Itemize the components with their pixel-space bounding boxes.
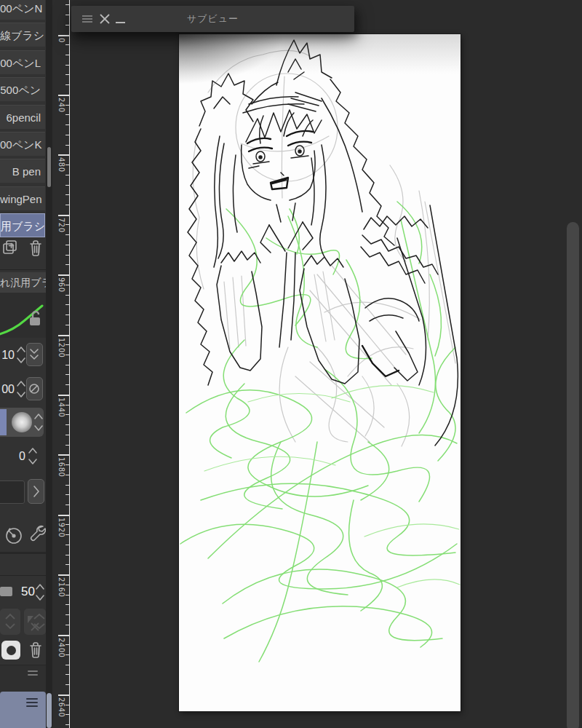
brush-size-value[interactable]: 10 xyxy=(0,341,15,370)
ruler-tick xyxy=(65,135,69,135)
brush-item[interactable]: 6pencil xyxy=(0,105,45,129)
no-antialias-button[interactable] xyxy=(26,377,43,400)
subview-panel[interactable]: サブビュー xyxy=(71,6,354,32)
delete-brush-icon[interactable] xyxy=(28,238,44,258)
ruler-tick xyxy=(65,414,69,415)
ruler-tick xyxy=(65,145,69,146)
ruler-tick xyxy=(65,105,69,106)
density-value[interactable]: 00 xyxy=(0,375,15,404)
lower-scrollbar-thumb[interactable] xyxy=(47,693,52,728)
text-field[interactable] xyxy=(0,480,25,504)
size-stepper-arrows[interactable] xyxy=(16,344,26,367)
ruler-tick xyxy=(65,25,69,25)
ruler-tick xyxy=(65,405,69,405)
ruler-tick xyxy=(65,665,69,665)
sidebar-scrollbar[interactable] xyxy=(46,0,52,728)
brush-item[interactable]: 線ブラシ xyxy=(0,23,45,47)
tip-stepper-arrows[interactable] xyxy=(33,410,44,435)
delete-tip-icon[interactable] xyxy=(28,640,44,660)
collapsed-panel[interactable] xyxy=(0,692,46,728)
ruler-label: 720 xyxy=(57,218,65,233)
disabled-tool-button-2[interactable] xyxy=(24,609,46,635)
ruler-tick xyxy=(65,505,69,505)
ruler-tick xyxy=(65,74,69,75)
ruler-tick xyxy=(65,625,69,625)
brush-stroke-preview xyxy=(0,293,46,338)
divider xyxy=(0,552,46,554)
vertical-ruler: 0240480720960120014401680192021602400264… xyxy=(52,0,70,728)
ruler-label: 240 xyxy=(57,98,65,113)
brush-item[interactable]: 500ペン xyxy=(0,77,45,101)
brush-item[interactable]: 00ペンL xyxy=(0,50,45,74)
ruler-tick xyxy=(65,55,69,55)
brush-item[interactable]: wingPen xyxy=(0,186,45,210)
stroke-timing-icon[interactable] xyxy=(3,523,23,547)
ruler-tick xyxy=(58,274,69,276)
brush-tip-control[interactable] xyxy=(0,408,44,437)
ruler-label: 1440 xyxy=(57,397,65,417)
ruler-tick xyxy=(65,555,69,555)
brush-tip-preview[interactable] xyxy=(1,641,20,660)
ruler-tick xyxy=(65,545,69,545)
drawing-canvas[interactable] xyxy=(179,34,461,711)
viewport-scrollbar-thumb[interactable] xyxy=(567,222,579,728)
ruler-tick xyxy=(65,165,69,165)
expand-row xyxy=(0,477,46,506)
expand-button[interactable] xyxy=(28,479,44,504)
disabled-tool-button-1[interactable] xyxy=(0,609,20,635)
ruler-tick xyxy=(65,365,69,365)
soft-brush-tip-icon xyxy=(12,412,32,432)
canvas-viewport[interactable]: サブビュー xyxy=(70,0,582,728)
fourth-value[interactable]: 0 xyxy=(0,442,25,471)
ruler-tick xyxy=(58,215,69,216)
ruler-tick xyxy=(65,4,69,5)
opacity-value[interactable]: 50 xyxy=(15,580,35,604)
sidebar-scrollbar-thumb[interactable] xyxy=(47,147,51,187)
lock-icon[interactable] xyxy=(28,309,44,329)
ruler-tick xyxy=(65,564,69,565)
ruler-tick xyxy=(58,454,69,456)
ruler-tick xyxy=(65,384,69,385)
ruler-tick xyxy=(65,304,69,305)
ruler-tick xyxy=(65,614,69,615)
ruler-tick xyxy=(65,344,69,345)
density-stepper-arrows[interactable] xyxy=(16,378,26,401)
opacity-stepper-arrows[interactable] xyxy=(35,581,45,604)
ruler-tick xyxy=(58,395,69,396)
ruler-tick xyxy=(65,194,69,195)
panel-title: サブビュー xyxy=(71,6,354,32)
brush-item[interactable]: 00ペンK xyxy=(0,132,45,156)
ruler-tick xyxy=(65,475,69,475)
double-chevron-down-button[interactable] xyxy=(26,343,43,366)
ruler-tick xyxy=(65,424,69,425)
ruler-tick xyxy=(65,224,69,225)
ruler-tick xyxy=(65,44,69,45)
ruler-tick xyxy=(65,684,69,685)
ruler-tick xyxy=(65,374,69,375)
ruler-label: 1200 xyxy=(57,338,65,357)
ruler-label: 960 xyxy=(57,277,65,293)
ruler-tick xyxy=(65,485,69,486)
ruler-tick xyxy=(65,124,69,125)
color-swatch[interactable] xyxy=(0,587,12,596)
brush-item[interactable]: 用ブラシ xyxy=(0,213,45,237)
ruler-tick xyxy=(65,724,69,725)
wrench-icon[interactable] xyxy=(26,521,47,547)
ruler-tick xyxy=(65,604,69,605)
ruler-tick xyxy=(58,574,69,576)
fourth-stepper-row: 0 xyxy=(0,442,46,471)
ruler-label: 2400 xyxy=(57,638,65,657)
ruler-label: 480 xyxy=(57,157,65,173)
brush-category-label[interactable]: れ汎用ブラシ xyxy=(0,272,46,293)
add-brush-icon[interactable] xyxy=(1,239,19,258)
panel-grip[interactable] xyxy=(0,665,46,692)
canvas-artwork[interactable] xyxy=(179,34,461,711)
ruler-tick xyxy=(65,494,69,495)
ruler-label: 1680 xyxy=(57,457,65,477)
brush-item[interactable]: 00ペンN xyxy=(0,0,45,20)
divider xyxy=(0,269,46,270)
ruler-tick xyxy=(58,515,69,516)
ruler-tick xyxy=(65,314,69,315)
brush-item[interactable]: B pen xyxy=(0,159,45,183)
fourth-stepper-arrows[interactable] xyxy=(28,445,38,468)
